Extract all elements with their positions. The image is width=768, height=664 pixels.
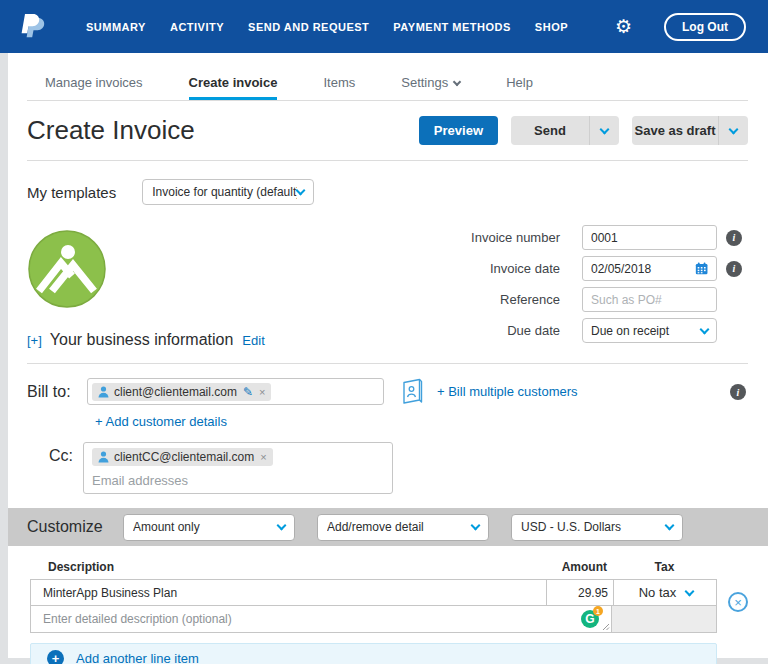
customize-bar: Customize Amount only Add/remove detail … bbox=[8, 508, 768, 546]
tab-settings-label: Settings bbox=[401, 75, 448, 90]
billing-section: Bill to: client@clientemail.com ✎ × bbox=[27, 378, 748, 494]
amount-header: Amount bbox=[545, 560, 612, 574]
bill-to-field[interactable]: client@clientemail.com ✎ × bbox=[87, 378, 384, 405]
tax-header: Tax bbox=[612, 560, 717, 574]
add-customer-details-link[interactable]: + Add customer details bbox=[95, 414, 227, 429]
chevron-down-icon bbox=[296, 186, 306, 196]
reference-input[interactable] bbox=[591, 293, 708, 307]
business-logo[interactable] bbox=[27, 229, 107, 309]
view-option-value: Amount only bbox=[133, 520, 278, 534]
tab-help[interactable]: Help bbox=[506, 75, 533, 100]
item-tax-value: No tax bbox=[639, 585, 677, 600]
invoice-date-input[interactable] bbox=[591, 262, 695, 276]
plus-icon: + bbox=[47, 650, 64, 664]
page-title: Create Invoice bbox=[27, 115, 195, 146]
top-nav-menu: SUMMARY ACTIVITY SEND AND REQUEST PAYMEN… bbox=[62, 21, 568, 33]
remove-cc-icon[interactable]: × bbox=[260, 451, 266, 463]
due-date-value: Due on receipt bbox=[591, 324, 701, 338]
item-amount-cell[interactable]: 29.95 bbox=[546, 580, 613, 605]
detail-option-select[interactable]: Add/remove detail bbox=[317, 514, 489, 541]
send-button[interactable]: Send bbox=[511, 116, 619, 145]
add-line-item-button[interactable]: + Add another line item bbox=[30, 643, 717, 664]
cc-email: clientCC@clientemail.com bbox=[114, 450, 254, 464]
template-select-value: Invoice for quantity (default) bbox=[152, 185, 297, 199]
customize-label: Customize bbox=[27, 518, 123, 536]
invoice-date-field[interactable] bbox=[582, 256, 717, 281]
bill-to-recipient-chip[interactable]: client@clientemail.com ✎ × bbox=[92, 383, 271, 401]
reference-row: Reference bbox=[415, 287, 742, 312]
add-line-item-label: Add another line item bbox=[76, 651, 199, 664]
item-detail-input[interactable] bbox=[31, 612, 611, 626]
remove-line-item-button[interactable]: × bbox=[728, 592, 748, 612]
info-icon[interactable]: i bbox=[726, 261, 742, 277]
due-date-row: Due date Due on receipt bbox=[415, 318, 742, 343]
logout-button[interactable]: Log Out bbox=[664, 13, 746, 41]
item-description-input[interactable] bbox=[31, 586, 546, 600]
tab-create-invoice[interactable]: Create invoice bbox=[189, 75, 278, 100]
nav-item-summary[interactable]: SUMMARY bbox=[86, 21, 146, 33]
grammarly-icon[interactable]: G 1 bbox=[581, 610, 599, 628]
tab-manage-invoices[interactable]: Manage invoices bbox=[45, 75, 143, 100]
invoice-meta-fields: Invoice number i Invoice date bbox=[415, 225, 742, 349]
bill-to-email: client@clientemail.com bbox=[114, 385, 237, 399]
business-info-edit-link[interactable]: Edit bbox=[242, 333, 264, 348]
top-nav: SUMMARY ACTIVITY SEND AND REQUEST PAYMEN… bbox=[0, 0, 768, 53]
templates-row: My templates Invoice for quantity (defau… bbox=[27, 179, 748, 205]
chevron-down-icon bbox=[453, 78, 461, 86]
paypal-logo-icon[interactable] bbox=[20, 12, 46, 42]
item-detail-cell: G 1 bbox=[30, 605, 612, 633]
detail-gray-cell bbox=[612, 605, 717, 633]
chevron-down-icon bbox=[471, 521, 481, 531]
business-info-line: [+] Your business information Edit bbox=[27, 331, 265, 349]
reference-field[interactable] bbox=[582, 287, 717, 312]
currency-select[interactable]: USD - U.S. Dollars bbox=[511, 514, 683, 541]
address-book-icon[interactable] bbox=[400, 378, 425, 405]
resize-handle-icon[interactable] bbox=[602, 623, 610, 631]
nav-item-shop[interactable]: SHOP bbox=[535, 21, 568, 33]
tab-items[interactable]: Items bbox=[323, 75, 355, 100]
cc-row: Cc: clientCC@clientemail.com × Email add… bbox=[27, 442, 748, 494]
business-info-expander[interactable]: [+] bbox=[27, 333, 42, 348]
remove-recipient-icon[interactable]: × bbox=[259, 386, 265, 398]
due-date-select[interactable]: Due on receipt bbox=[582, 318, 717, 343]
send-dropdown-toggle[interactable] bbox=[589, 116, 619, 145]
invoice-number-input[interactable] bbox=[591, 231, 708, 245]
cc-recipient-chip[interactable]: clientCC@clientemail.com × bbox=[92, 448, 273, 466]
invoice-number-field[interactable] bbox=[582, 225, 717, 250]
chevron-down-icon bbox=[685, 586, 695, 596]
person-icon bbox=[98, 386, 109, 398]
header-buttons: Preview Send Save as draft bbox=[419, 116, 748, 145]
nav-item-activity[interactable]: ACTIVITY bbox=[170, 21, 224, 33]
chevron-down-icon bbox=[700, 324, 710, 334]
preview-button[interactable]: Preview bbox=[419, 116, 498, 145]
save-draft-dropdown-toggle[interactable] bbox=[718, 116, 748, 145]
template-select[interactable]: Invoice for quantity (default) bbox=[142, 179, 314, 205]
gear-icon[interactable]: ⚙ bbox=[615, 17, 632, 36]
chevron-down-icon bbox=[600, 124, 610, 134]
cc-field[interactable]: clientCC@clientemail.com × Email address… bbox=[83, 442, 393, 494]
detail-option-value: Add/remove detail bbox=[327, 520, 472, 534]
info-icon[interactable]: i bbox=[726, 230, 742, 246]
business-info-label: Your business information bbox=[50, 331, 234, 349]
save-as-draft-button[interactable]: Save as draft bbox=[632, 116, 748, 145]
line-items-table: Description Amount Tax 29.95 No tax × G … bbox=[30, 560, 717, 633]
chevron-down-icon bbox=[277, 521, 287, 531]
invoice-number-label: Invoice number bbox=[415, 230, 560, 245]
page-header: Create Invoice Preview Send Save as draf… bbox=[27, 115, 748, 161]
bill-to-row: Bill to: client@clientemail.com ✎ × bbox=[27, 378, 748, 405]
line-items-header: Description Amount Tax bbox=[30, 560, 717, 579]
bill-multiple-customers-link[interactable]: + Bill multiple customers bbox=[437, 384, 578, 399]
invoice-top-section: Invoice number i Invoice date bbox=[27, 225, 748, 347]
nav-item-payment-methods[interactable]: PAYMENT METHODS bbox=[393, 21, 511, 33]
line-item-row: 29.95 No tax bbox=[30, 579, 717, 606]
item-tax-select[interactable]: No tax bbox=[613, 580, 718, 605]
send-button-label: Send bbox=[511, 116, 589, 145]
invoice-page: Manage invoices Create invoice Items Set… bbox=[8, 53, 768, 658]
calendar-icon[interactable] bbox=[695, 261, 708, 276]
edit-recipient-icon[interactable]: ✎ bbox=[243, 385, 253, 399]
nav-item-send-and-request[interactable]: SEND AND REQUEST bbox=[248, 21, 369, 33]
info-icon[interactable]: i bbox=[730, 384, 746, 400]
tab-settings[interactable]: Settings bbox=[401, 75, 460, 100]
cc-placeholder-text: Email addresses bbox=[92, 473, 384, 488]
view-option-select[interactable]: Amount only bbox=[123, 514, 295, 541]
